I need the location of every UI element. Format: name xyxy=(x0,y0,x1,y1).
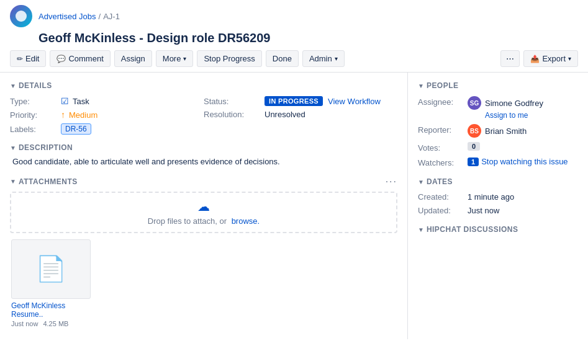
toolbar: ✏ Edit 💬 Comment Assign More ▾ Stop Prog… xyxy=(0,50,588,73)
updated-value: Just now xyxy=(468,206,578,215)
attachments-more-icon[interactable]: ··· xyxy=(386,177,397,187)
more-button[interactable]: More ▾ xyxy=(156,50,194,67)
export-button[interactable]: 📤 Export ▾ xyxy=(523,50,578,67)
breadcrumb-separator: / xyxy=(99,12,101,21)
votes-label: Votes: xyxy=(418,142,468,153)
edit-icon: ✏ xyxy=(17,55,23,63)
drop-zone[interactable]: ☁ Drop files to attach, or browse. xyxy=(10,192,397,233)
breadcrumb-current: AJ-1 xyxy=(103,12,120,21)
view-workflow-link[interactable]: View Workflow xyxy=(328,97,381,106)
created-value: 1 minute ago xyxy=(468,192,578,202)
watcher-count-badge: 1 xyxy=(468,158,479,166)
assign-button[interactable]: Assign xyxy=(114,50,152,67)
subtasks-section-title: Sub-Tasks xyxy=(19,339,64,340)
description-caret-icon: ▼ xyxy=(10,144,16,151)
top-bar: Advertised Jobs / AJ-1 xyxy=(0,0,588,30)
status-row: Status: IN PROGRESS View Workflow xyxy=(204,96,397,106)
admin-chevron-icon: ▾ xyxy=(335,55,338,62)
attachments-section: ▼ Attachments ··· ☁ Drop files to attach… xyxy=(10,177,397,329)
hipchat-section-title: HipChat discussions xyxy=(427,225,518,234)
details-section-title: Details xyxy=(19,81,52,90)
labels-tag[interactable]: DR-56 xyxy=(61,123,91,135)
file-thumbnail: 📄 xyxy=(11,239,91,299)
file-size: 4.25 MB xyxy=(43,320,68,327)
votes-count: 0 xyxy=(468,142,480,151)
breadcrumb-parent[interactable]: Advertised Jobs xyxy=(38,12,96,21)
share-button[interactable]: ⋯ xyxy=(500,50,520,67)
main-column: ▼ Details Type: ☑ Task Priority: ↑ Mediu… xyxy=(0,73,408,339)
file-preview: 📄 Geoff McKinless Resume.. Just now 4.25… xyxy=(11,239,95,327)
browse-link[interactable]: browse. xyxy=(232,216,260,226)
side-column: ▼ People Assignee: SG Simone Godfrey Ass… xyxy=(408,73,588,339)
priority-row: Priority: ↑ Medium xyxy=(10,110,204,120)
details-section: ▼ Details Type: ☑ Task Priority: ↑ Mediu… xyxy=(10,81,397,135)
people-section-title: People xyxy=(427,81,459,90)
attachments-caret-icon: ▼ xyxy=(10,178,16,185)
reporter-avatar: BS xyxy=(468,124,481,138)
upload-cloud-icon: ☁ xyxy=(21,199,386,214)
resolution-label: Resolution: xyxy=(204,110,260,119)
comment-icon: 💬 xyxy=(57,55,66,63)
file-name-link[interactable]: Geoff McKinless Resume.. xyxy=(11,301,95,319)
priority-arrow-icon: ↑ xyxy=(61,110,65,120)
stop-progress-button[interactable]: Stop Progress xyxy=(197,50,261,67)
type-checkbox-icon: ☑ xyxy=(61,96,69,106)
description-text: Good candidate, able to articulate well … xyxy=(10,156,397,168)
export-icon: 📤 xyxy=(530,55,540,63)
type-value: Task xyxy=(73,97,89,106)
details-caret-icon: ▼ xyxy=(10,82,16,89)
file-timestamp: Just now xyxy=(11,320,38,327)
subtasks-section: ▼ Sub-Tasks + ··· 1. ✔ Application 📋 DON… xyxy=(10,337,397,340)
attachments-section-title: Attachments xyxy=(19,177,78,186)
attachments-section-header[interactable]: ▼ Attachments xyxy=(10,177,78,186)
hipchat-section: ▼ HipChat discussions xyxy=(418,225,578,234)
done-button[interactable]: Done xyxy=(266,50,299,67)
more-chevron-icon: ▾ xyxy=(183,55,186,62)
created-label: Created: xyxy=(418,192,468,202)
assignee-label: Assignee: xyxy=(418,96,468,107)
file-metadata: Just now 4.25 MB xyxy=(11,320,95,327)
reporter-label: Reporter: xyxy=(418,124,468,135)
content-area: ▼ Details Type: ☑ Task Priority: ↑ Mediu… xyxy=(0,73,588,339)
assignee-avatar: SG xyxy=(468,96,481,110)
updated-label: Updated: xyxy=(418,206,468,215)
export-chevron-icon: ▾ xyxy=(568,55,571,62)
labels-row: Labels: DR-56 xyxy=(10,123,204,135)
subtasks-more-icon[interactable]: ··· xyxy=(386,338,397,340)
assignee-name: Simone Godfrey xyxy=(485,99,543,108)
people-caret-icon: ▼ xyxy=(418,82,424,89)
hipchat-caret-icon: ▼ xyxy=(418,226,424,233)
comment-button[interactable]: 💬 Comment xyxy=(50,50,110,67)
subtasks-add-icon[interactable]: + xyxy=(374,337,380,340)
resolution-value: Unresolved xyxy=(265,110,305,119)
hipchat-section-header[interactable]: ▼ HipChat discussions xyxy=(418,225,578,234)
subtasks-section-header[interactable]: ▼ Sub-Tasks xyxy=(10,339,64,340)
priority-label: Priority: xyxy=(10,110,57,120)
details-section-header[interactable]: ▼ Details xyxy=(10,81,397,90)
type-row: Type: ☑ Task xyxy=(10,96,204,106)
share-icon: ⋯ xyxy=(506,54,514,63)
priority-value: Medium xyxy=(69,110,97,120)
labels-label: Labels: xyxy=(10,125,57,134)
people-section-header[interactable]: ▼ People xyxy=(418,81,578,90)
reporter-name: Brian Smith xyxy=(485,127,527,136)
breadcrumb: Advertised Jobs / AJ-1 xyxy=(38,12,120,21)
description-section-header[interactable]: ▼ Description xyxy=(10,143,397,152)
admin-button[interactable]: Admin ▾ xyxy=(302,50,345,67)
page-title: Geoff McKinless - Design role DR56209 xyxy=(0,30,588,50)
edit-button[interactable]: ✏ Edit xyxy=(10,50,46,67)
dates-section-header[interactable]: ▼ Dates xyxy=(418,177,578,186)
watchers-label: Watchers: xyxy=(418,157,468,167)
dates-section-title: Dates xyxy=(427,177,453,186)
assign-to-me-link[interactable]: Assign to me xyxy=(485,111,578,120)
people-section: ▼ People Assignee: SG Simone Godfrey Ass… xyxy=(418,81,578,167)
status-label: Status: xyxy=(204,97,260,106)
stop-watching-link[interactable]: Stop watching this issue xyxy=(481,157,568,166)
description-section: ▼ Description Good candidate, able to ar… xyxy=(10,143,397,168)
type-label: Type: xyxy=(10,97,57,106)
resolution-row: Resolution: Unresolved xyxy=(204,110,397,119)
app-logo xyxy=(10,5,32,27)
dates-section: ▼ Dates Created: 1 minute ago Updated: J… xyxy=(418,177,578,215)
file-document-icon: 📄 xyxy=(35,254,66,283)
status-badge: IN PROGRESS xyxy=(265,96,323,106)
